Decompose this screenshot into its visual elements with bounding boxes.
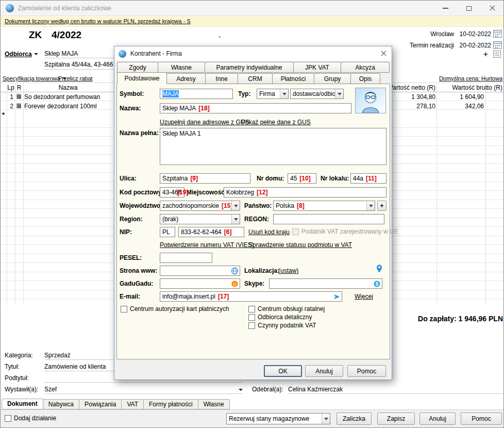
table-row-lp[interactable]: 1 xyxy=(7,93,13,101)
gus-pokaz-link[interactable]: Pokaż pełne dane z GUS xyxy=(241,119,311,126)
tab-inne[interactable]: Inne xyxy=(205,73,238,84)
table-row-name[interactable]: So dezodorant perfumowan xyxy=(24,93,113,101)
pesel-input[interactable] xyxy=(160,253,212,263)
ustaw-link[interactable]: (ustaw) xyxy=(278,267,298,274)
tab-formy-platnosci[interactable]: Formy płatności xyxy=(143,399,198,409)
tytul-value[interactable]: Zamówienie od klienta xyxy=(44,363,106,370)
tab-vat[interactable]: VAT xyxy=(121,399,144,409)
tab-zgody[interactable]: Zgody xyxy=(117,62,158,73)
tab-wlasne[interactable]: Własne xyxy=(158,62,205,73)
tab-podstawowe[interactable]: Podstawowe xyxy=(117,72,167,84)
avatar[interactable] xyxy=(355,88,386,113)
nip-prefix-input[interactable]: PL xyxy=(160,227,175,237)
tab-powiazania[interactable]: Powiązania xyxy=(79,399,122,409)
tab-dokument[interactable]: Dokument xyxy=(2,399,43,409)
doc-issue-date[interactable]: 10-02-2022 xyxy=(458,30,491,38)
tab-wlasne[interactable]: Własne xyxy=(198,399,230,409)
odbiorca-detaliczny-checkbox[interactable]: Odbiorca detaliczny xyxy=(248,314,312,321)
doc-city[interactable]: Wrocław xyxy=(402,30,454,38)
tab-crm[interactable]: CRM xyxy=(238,73,273,84)
zapisz-button[interactable]: Zapisz xyxy=(377,413,415,425)
typ-select[interactable]: Firma xyxy=(257,89,289,99)
tab-nabywca[interactable]: Nabywca xyxy=(43,399,79,409)
specyfikacja-link[interactable]: Specyfikacja towarowa xyxy=(3,75,66,81)
panstwo-select[interactable]: Polska [8] xyxy=(273,201,375,211)
odbiorca-name[interactable]: Sklep MAJA xyxy=(44,50,78,57)
col-header-nazwa[interactable]: Nazwa xyxy=(23,84,113,91)
gus-uzupelnij-link[interactable]: Uzupełnij dane adresowe z GUS xyxy=(160,119,249,126)
pesel-label: PESEL: xyxy=(120,254,142,261)
nr-domu-input[interactable]: 45 [10] xyxy=(288,173,316,184)
checkbox-icon xyxy=(121,306,127,312)
dialog-anuluj-button[interactable]: Anuluj xyxy=(305,365,343,377)
ulica-input[interactable]: Szpitalna [9] xyxy=(160,173,250,184)
add-button[interactable]: + xyxy=(483,50,488,58)
tab-opis[interactable]: Opis xyxy=(350,73,380,84)
odbiorca-label[interactable]: Odbiorca xyxy=(5,51,38,58)
dialog-close-icon[interactable] xyxy=(380,51,387,57)
table-row-name[interactable]: Forever dezodorant 100ml xyxy=(24,103,113,110)
globe-icon[interactable] xyxy=(231,267,239,275)
tab-grupy[interactable]: Grupy xyxy=(314,73,351,84)
regon-input[interactable] xyxy=(273,214,384,224)
add-country-button[interactable]: + xyxy=(377,201,387,211)
calendar-icon[interactable] xyxy=(493,41,502,51)
typ2-select[interactable]: dostawca/odbiorca xyxy=(290,89,344,99)
nip-input[interactable]: 833-62-62-464 [6] xyxy=(178,227,244,237)
email-input[interactable]: info@maja.insert.pl [17] xyxy=(160,291,342,302)
notice-link[interactable]: Dokument liczony według cen brutto w wal… xyxy=(5,18,191,24)
vies-link[interactable]: Potwierdzenie numeru VAT (VIES) xyxy=(160,241,254,249)
miejscowosc-input[interactable]: Kołobrzeg [12] xyxy=(224,187,387,197)
tab-parametry[interactable]: Parametry indywidualne xyxy=(205,62,294,73)
table-row-brutto[interactable]: 342,06 xyxy=(432,103,484,110)
table-row-brutto[interactable]: 1 604,90 xyxy=(432,93,484,101)
tab-jpk-vat[interactable]: JPK VAT xyxy=(293,62,341,73)
pomoc-button[interactable]: Pomoc xyxy=(461,413,502,425)
skype-input[interactable]: S xyxy=(269,278,382,289)
notes-icon[interactable] xyxy=(493,51,501,59)
calendar-icon[interactable] xyxy=(493,29,502,39)
tab-platnosci[interactable]: Płatności xyxy=(272,73,314,84)
anuluj-button[interactable]: Anuluj xyxy=(419,413,456,425)
centrum-ratalnej-checkbox[interactable]: Centrum obsługi ratalnej xyxy=(248,305,325,312)
maximize-button[interactable] xyxy=(457,1,480,16)
nazwa-input[interactable]: Sklep MAJA [18] xyxy=(160,103,351,113)
map-pin-icon[interactable] xyxy=(376,265,382,274)
odebral-value[interactable]: Celina Kaźmierczak xyxy=(288,386,343,393)
gadugadu-input[interactable] xyxy=(160,278,240,289)
www-input[interactable] xyxy=(160,266,240,276)
dodaj-dzialanie-checkbox[interactable]: Dodaj działanie xyxy=(5,415,56,422)
symbol-input[interactable]: MAJA xyxy=(160,89,233,99)
usun-kod-kraju-link[interactable]: Usuń kod kraju xyxy=(248,228,290,236)
wiecej-link[interactable]: Więcej xyxy=(355,293,373,300)
col-header-r[interactable]: R xyxy=(15,84,23,91)
wystawil-value[interactable]: Szef xyxy=(44,386,57,393)
nr-lokalu-input[interactable]: 44a [11] xyxy=(350,173,387,184)
annotation-11: [11] xyxy=(366,175,377,182)
tab-akcyza[interactable]: Akcyza xyxy=(341,62,390,73)
gadugadu-icon[interactable] xyxy=(231,280,239,288)
ok-button[interactable]: OK xyxy=(264,365,302,377)
region-select[interactable]: (brak) xyxy=(160,214,240,224)
status-vat-link[interactable]: Sprawdzenie statusu podmiotu w VAT xyxy=(248,241,352,249)
new-row-marker[interactable]: * xyxy=(2,111,5,119)
minimize-button[interactable] xyxy=(434,1,457,16)
centrum-kart-checkbox[interactable]: Centrum autoryzacji kart płatniczych xyxy=(121,305,229,312)
col-header-lp[interactable]: Lp xyxy=(7,84,15,91)
send-email-icon[interactable] xyxy=(333,293,341,301)
skype-icon[interactable]: S xyxy=(373,280,381,288)
wojewodztwo-select[interactable]: zachodniopomorskie [15] xyxy=(160,201,240,211)
col-header-brutto[interactable]: Wartość brutto (R) xyxy=(432,84,502,91)
czynny-podatnik-checkbox[interactable]: Czynny podatnik VAT xyxy=(248,322,316,329)
table-row-lp[interactable]: 2 xyxy=(7,103,13,110)
kategoria-value[interactable]: Sprzedaż xyxy=(44,352,71,359)
przelicz-rabat-link[interactable]: Przelicz rabat xyxy=(58,75,93,81)
tab-adresy[interactable]: Adresy xyxy=(166,73,206,84)
close-button[interactable] xyxy=(480,1,503,16)
nazwa-pelna-textarea[interactable]: Sklep MAJA 1 xyxy=(160,128,387,165)
chevron-down-icon[interactable] xyxy=(239,389,243,391)
rezerwuj-select[interactable]: Rezerwuj stany magazynowe xyxy=(226,413,330,424)
dialog-pomoc-button[interactable]: Pomoc xyxy=(347,365,386,377)
term-date[interactable]: 20-02-2022 xyxy=(458,42,491,49)
zaliczka-button[interactable]: Zaliczka xyxy=(337,413,372,425)
